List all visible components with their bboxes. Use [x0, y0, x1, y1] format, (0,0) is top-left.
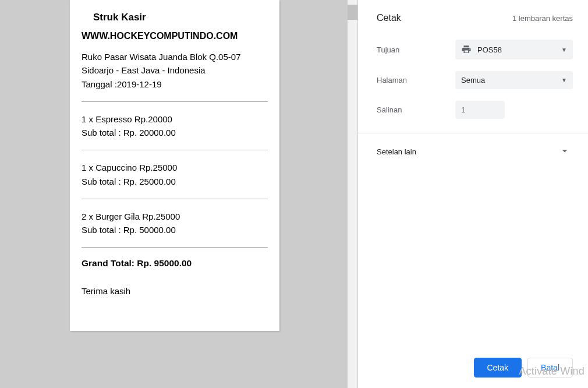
pages-value: Semua — [461, 76, 485, 84]
print-settings-panel: Cetak 1 lembaran kertas Tujuan POS58 ▼ H… — [358, 0, 588, 388]
destination-label: Tujuan — [377, 45, 455, 54]
receipt-item-subtotal: Sub total : Rp. 50000.00 — [82, 223, 268, 237]
receipt-divider — [82, 199, 268, 199]
cancel-button[interactable]: Batal — [527, 358, 573, 378]
caret-down-icon: ▼ — [561, 77, 567, 83]
receipt-item: 1 x Espresso Rp.20000 Sub total : Rp. 20… — [82, 112, 268, 140]
receipt-item-line: 2 x Burger Gila Rp.25000 — [82, 210, 268, 223]
receipt-document: Struk Kasir WWW.HOCKEYCOMPUTINDO.COM Ruk… — [70, 0, 279, 331]
print-settings-body: Cetak 1 lembaran kertas Tujuan POS58 ▼ H… — [358, 0, 588, 348]
receipt-address-line2: Sidoarjo - East Java - Indonesia — [82, 64, 268, 77]
print-preview-pane: Struk Kasir WWW.HOCKEYCOMPUTINDO.COM Ruk… — [0, 0, 358, 388]
chevron-down-icon — [559, 145, 571, 158]
more-settings-toggle[interactable]: Setelan lain — [358, 133, 588, 170]
preview-scrollbar[interactable] — [348, 0, 357, 388]
pages-label: Halaman — [377, 76, 455, 84]
print-button[interactable]: Cetak — [474, 358, 522, 378]
print-sheet-count: 1 lembaran kertas — [512, 14, 573, 23]
preview-scrollbar-thumb[interactable] — [348, 5, 357, 20]
destination-select[interactable]: POS58 ▼ — [455, 40, 573, 59]
pages-row: Halaman Semua ▼ — [358, 65, 588, 95]
print-settings-header: Cetak 1 lembaran kertas — [358, 0, 588, 34]
caret-down-icon: ▼ — [561, 47, 567, 53]
receipt-item-line: 1 x Capuccino Rp.25000 — [82, 161, 268, 174]
printer-icon — [461, 44, 472, 55]
receipt-item-subtotal: Sub total : Rp. 20000.00 — [82, 126, 268, 139]
receipt-item: 2 x Burger Gila Rp.25000 Sub total : Rp.… — [82, 210, 268, 237]
receipt-title: Struk Kasir — [93, 12, 268, 23]
receipt-divider — [82, 247, 268, 248]
receipt-url: WWW.HOCKEYCOMPUTINDO.COM — [82, 31, 268, 41]
print-dialog-title: Cetak — [377, 13, 401, 23]
destination-value: POS58 — [477, 45, 502, 54]
receipt-item-line: 1 x Espresso Rp.20000 — [82, 112, 268, 126]
copies-input[interactable] — [455, 101, 505, 119]
destination-row: Tujuan POS58 ▼ — [358, 34, 588, 65]
receipt-date: Tanggal :2019-12-19 — [82, 77, 268, 91]
receipt-item-subtotal: Sub total : Rp. 25000.00 — [82, 175, 268, 188]
copies-row: Salinan — [358, 95, 588, 125]
copies-label: Salinan — [377, 105, 455, 114]
receipt-thanks: Terima kasih — [82, 286, 268, 296]
pages-select[interactable]: Semua ▼ — [455, 71, 573, 89]
receipt-item: 1 x Capuccino Rp.25000 Sub total : Rp. 2… — [82, 161, 268, 188]
receipt-divider — [82, 101, 268, 102]
receipt-address-line1: Ruko Pasar Wisata Juanda Blok Q.05-07 — [82, 50, 268, 64]
receipt-address: Ruko Pasar Wisata Juanda Blok Q.05-07 Si… — [82, 50, 268, 91]
more-settings-label: Setelan lain — [377, 147, 416, 156]
print-settings-footer: Cetak Batal — [358, 348, 588, 388]
receipt-divider — [82, 150, 268, 150]
receipt-grand-total: Grand Total: Rp. 95000.00 — [82, 258, 268, 269]
